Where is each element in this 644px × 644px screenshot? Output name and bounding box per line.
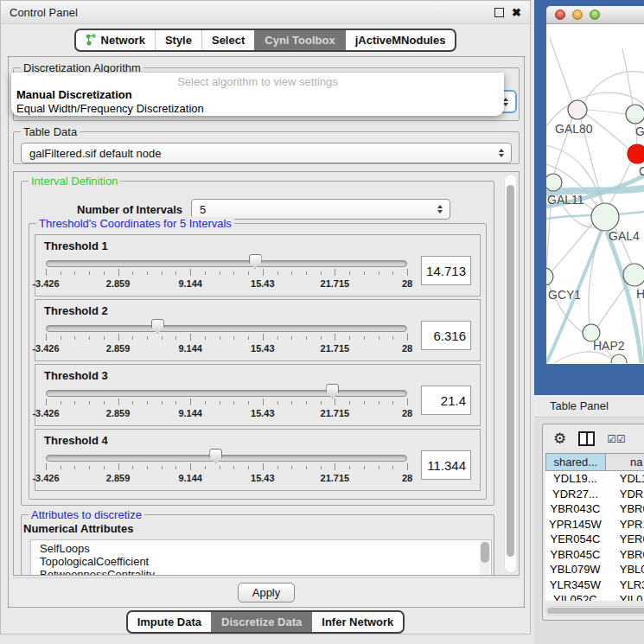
- close-icon[interactable]: ✖: [512, 7, 521, 18]
- network-window-titlebar[interactable]: [546, 6, 644, 24]
- attribute-item[interactable]: BetweennessCentrality: [31, 568, 491, 576]
- table-row[interactable]: YBR045CYBR0: [545, 547, 644, 563]
- cell-shared-name[interactable]: YLR345W: [545, 578, 605, 591]
- apply-button[interactable]: Apply: [238, 583, 295, 603]
- threshold-2-slider[interactable]: -3.4262.8599.14415.4321.71528: [44, 318, 409, 358]
- float-window-icon[interactable]: [494, 8, 504, 17]
- table-data-select[interactable]: galFiltered.sif default node: [21, 143, 512, 163]
- network-node[interactable]: [611, 354, 627, 363]
- column-header-name[interactable]: na: [606, 453, 644, 471]
- interval-definition-legend: Interval Definition: [29, 175, 120, 188]
- cell-name[interactable]: YLR3: [605, 578, 644, 591]
- tab-select[interactable]: Select: [201, 30, 254, 50]
- cell-shared-name[interactable]: YDR27...: [545, 488, 605, 501]
- cell-name[interactable]: YBR0: [605, 548, 644, 561]
- network-node-label: GAL80: [555, 122, 593, 136]
- slider-track[interactable]: [46, 390, 407, 397]
- threshold-1-value[interactable]: 14.713: [421, 256, 471, 285]
- table-header-row: shared... na: [545, 453, 644, 471]
- table-row[interactable]: YLR345WYLR3: [545, 577, 644, 593]
- slider-track[interactable]: [46, 325, 407, 332]
- table-horizontal-scrollbar[interactable]: [545, 606, 644, 615]
- select-columns-icon[interactable]: ☑☑: [607, 433, 626, 445]
- numerical-attributes-list[interactable]: SelfLoopsTopologicalCoefficientBetweenne…: [30, 539, 492, 576]
- network-edge[interactable]: [546, 352, 613, 363]
- cell-shared-name[interactable]: YDL19...: [545, 472, 605, 485]
- algorithm-option-equal-width-frequency[interactable]: Equal Width/Frequency Discretization: [11, 102, 504, 116]
- minimize-traffic-light-icon[interactable]: [572, 10, 583, 20]
- cell-name[interactable]: YIL0: [605, 593, 644, 601]
- table-row[interactable]: YPR145WYPR1: [545, 517, 644, 532]
- slider-tick-labels: -3.4262.8599.14415.4321.71528: [46, 408, 407, 419]
- cell-name[interactable]: YBL0: [605, 563, 644, 576]
- threshold-3-slider[interactable]: -3.4262.8599.14415.4321.71528: [44, 383, 409, 423]
- cell-shared-name[interactable]: YBR045C: [545, 548, 605, 561]
- slider-track[interactable]: [46, 455, 407, 462]
- network-node-gal4[interactable]: [591, 203, 619, 231]
- cell-name[interactable]: YBR0: [605, 502, 644, 515]
- cell-name[interactable]: YDR2: [605, 488, 644, 501]
- tab-infer-network[interactable]: Infer Network: [311, 612, 403, 632]
- number-of-intervals-label: Number of Intervals: [77, 203, 182, 216]
- threshold-3-value[interactable]: 21.4: [421, 386, 471, 415]
- cell-shared-name[interactable]: YPR145W: [545, 518, 605, 531]
- slider-ticks: [46, 334, 407, 341]
- network-edge[interactable]: [584, 72, 644, 102]
- tab-network[interactable]: Network: [76, 30, 155, 50]
- attributes-scrollbar-thumb[interactable]: [481, 542, 489, 563]
- zoom-traffic-light-icon[interactable]: [590, 10, 600, 20]
- threshold-1-label: Threshold 1: [44, 239, 471, 252]
- settings-scrollbar[interactable]: [504, 174, 517, 573]
- cell-shared-name[interactable]: YBL079W: [545, 563, 605, 576]
- table-row[interactable]: YDR27...YDR2: [545, 487, 644, 502]
- network-node-c[interactable]: [628, 144, 644, 163]
- table-row[interactable]: YBR043CYBR0: [545, 501, 644, 517]
- network-node-gal11[interactable]: [546, 174, 562, 191]
- cell-shared-name[interactable]: YER054C: [545, 532, 605, 545]
- tab-style[interactable]: Style: [155, 30, 201, 50]
- cell-shared-name[interactable]: YIL052C: [545, 593, 605, 601]
- network-node-gal80[interactable]: [568, 100, 587, 119]
- network-node-g[interactable]: [626, 105, 644, 124]
- table-row[interactable]: YBL079WYBL0: [545, 562, 644, 577]
- attributes-scrollbar[interactable]: [480, 541, 490, 576]
- algorithm-option-manual-discretization[interactable]: Manual Discretization: [11, 88, 504, 102]
- threshold-3-label: Threshold 3: [44, 369, 471, 382]
- cell-name[interactable]: YDL1: [605, 472, 644, 485]
- slider-tick-labels: -3.4262.8599.14415.4321.71528: [46, 278, 407, 290]
- cell-name[interactable]: YER0: [605, 532, 644, 545]
- table-row[interactable]: YDL19...YDL1: [545, 471, 644, 487]
- tab-impute-data[interactable]: Impute Data: [128, 612, 211, 632]
- tab-discretize-data[interactable]: Discretize Data: [211, 612, 311, 632]
- table-horizontal-scrollbar-thumb[interactable]: [547, 608, 644, 614]
- gear-icon[interactable]: ⚙: [553, 431, 566, 446]
- network-node-label: GAL4: [609, 229, 640, 243]
- network-canvas[interactable]: GAL80GCGAL11GAL4GCY1HHAP2: [546, 24, 644, 363]
- cell-shared-name[interactable]: YBR043C: [545, 502, 605, 515]
- tab-jactivemnodules[interactable]: jActiveMNodules: [345, 30, 456, 50]
- table-row[interactable]: YIL052CYIL0: [545, 592, 644, 601]
- column-header-shared-name[interactable]: shared...: [545, 453, 606, 471]
- tab-cyni-toolbox[interactable]: Cyni Toolbox: [254, 30, 344, 50]
- slider-track[interactable]: [46, 260, 407, 267]
- network-node-label: GAL11: [547, 193, 584, 207]
- slider-tick-labels: -3.4262.8599.14415.4321.71528: [46, 343, 407, 354]
- network-edge[interactable]: [622, 48, 633, 105]
- threshold-1-slider[interactable]: -3.4262.8599.14415.4321.71528: [44, 253, 409, 293]
- network-edge[interactable]: [550, 38, 572, 102]
- threshold-4-slider[interactable]: -3.4262.8599.14415.4321.71528: [44, 448, 409, 488]
- threshold-2-value[interactable]: 6.316: [421, 321, 471, 350]
- network-edge[interactable]: [597, 284, 628, 327]
- network-edge[interactable]: [587, 110, 626, 114]
- close-traffic-light-icon[interactable]: [555, 10, 565, 20]
- network-node-h[interactable]: [623, 264, 644, 286]
- columns-icon[interactable]: [578, 431, 595, 446]
- thresholds-group: Threshold's Coordinates for 5 Intervals …: [29, 223, 487, 500]
- threshold-4-value[interactable]: 11.344: [421, 450, 471, 480]
- cell-name[interactable]: YPR1: [605, 518, 644, 531]
- settings-scrollbar-thumb[interactable]: [507, 185, 514, 557]
- table-row[interactable]: YER054CYER0: [545, 532, 644, 547]
- attribute-item[interactable]: SelfLoops: [31, 542, 491, 555]
- attribute-item[interactable]: TopologicalCoefficient: [31, 555, 491, 568]
- node-table-panel: ⚙ ☑☑ shared... na YDL19...YDL1YDR27...YD…: [542, 424, 644, 621]
